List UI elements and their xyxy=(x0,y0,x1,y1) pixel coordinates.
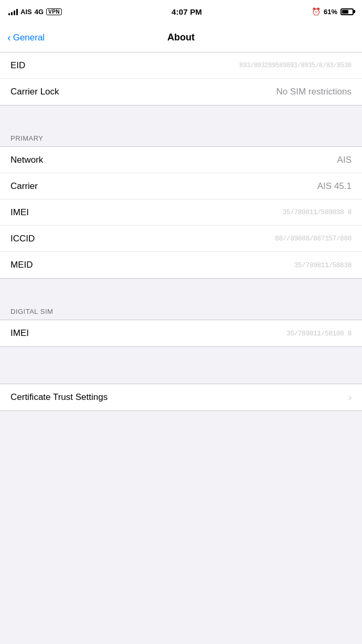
signal-bar-3 xyxy=(14,10,15,15)
iccid-value: 88//89888/887157/888 xyxy=(275,235,352,242)
spacer-1 xyxy=(0,105,362,124)
vpn-badge: VPN xyxy=(46,8,62,15)
eid-value: 893/893289589893/8935/8/83/8538 xyxy=(239,62,352,69)
status-left: AIS 4G VPN xyxy=(8,8,62,16)
signal-bar-4 xyxy=(16,9,18,15)
spacer-4 xyxy=(0,365,362,384)
eid-row: EID 893/893289589893/8935/8/83/8538 xyxy=(0,52,362,79)
digital-sim-imei-label: IMEI xyxy=(10,328,29,339)
carrier-row: Carrier AIS 45.1 xyxy=(0,173,362,199)
carrier-lock-value: No SIM restrictions xyxy=(276,87,352,97)
digital-sim-section-header: DIGITAL SIM xyxy=(0,297,362,320)
network-value: AIS xyxy=(337,155,352,165)
spacer-3 xyxy=(0,347,362,365)
network-label: Network xyxy=(10,155,43,165)
meid-value: 35/789811/58838 xyxy=(294,261,352,269)
network-type: 4G xyxy=(35,8,44,16)
iccid-row: ICCID 88//89888/887157/888 xyxy=(0,226,362,252)
network-row: Network AIS xyxy=(0,147,362,173)
status-bar: AIS 4G VPN 4:07 PM ⏰ 61% xyxy=(0,0,362,23)
certificate-section: Certificate Trust Settings › xyxy=(0,384,362,411)
digital-sim-section: IMEI 35/789811/58188 8 xyxy=(0,320,362,347)
carrier-lock-row: Carrier Lock No SIM restrictions xyxy=(0,79,362,105)
digital-sim-imei-value: 35/789811/58188 8 xyxy=(286,330,352,337)
signal-bar-2 xyxy=(11,12,13,15)
primary-section: Network AIS Carrier AIS 45.1 IMEI 35/789… xyxy=(0,146,362,279)
meid-label: MEID xyxy=(10,260,33,270)
iccid-label: ICCID xyxy=(10,234,35,244)
imei-row: IMEI 35/789811/589838 8 xyxy=(0,199,362,226)
meid-row: MEID 35/789811/58838 xyxy=(0,252,362,278)
status-right: ⏰ 61% xyxy=(312,7,354,16)
carrier-value: AIS 45.1 xyxy=(317,181,352,192)
alarm-icon: ⏰ xyxy=(312,7,321,16)
navigation-bar: ‹ General About xyxy=(0,23,362,52)
back-button[interactable]: ‹ General xyxy=(7,33,45,43)
certificate-trust-label: Certificate Trust Settings xyxy=(10,392,108,403)
imei-label: IMEI xyxy=(10,207,29,218)
page-title: About xyxy=(167,32,195,43)
signal-bars-icon xyxy=(8,8,18,15)
signal-bar-1 xyxy=(8,13,10,15)
imei-value: 35/789811/589838 8 xyxy=(283,208,352,216)
carrier-label: Carrier xyxy=(10,181,38,192)
digital-sim-imei-row: IMEI 35/789811/58188 8 xyxy=(0,320,362,346)
eid-section: EID 893/893289589893/8935/8/83/8538 Carr… xyxy=(0,52,362,105)
back-label: General xyxy=(13,33,45,43)
chevron-right-icon: › xyxy=(348,392,352,403)
status-time: 4:07 PM xyxy=(172,7,202,16)
carrier-label: AIS xyxy=(20,8,32,16)
bottom-spacer xyxy=(0,411,362,442)
chevron-left-icon: ‹ xyxy=(7,32,11,43)
eid-label: EID xyxy=(10,60,25,71)
primary-section-header: PRIMARY xyxy=(0,124,362,146)
battery-percent: 61% xyxy=(324,8,337,16)
battery-icon xyxy=(340,8,354,15)
certificate-trust-row[interactable]: Certificate Trust Settings › xyxy=(0,384,362,410)
carrier-lock-label: Carrier Lock xyxy=(10,87,59,97)
spacer-2 xyxy=(0,279,362,297)
